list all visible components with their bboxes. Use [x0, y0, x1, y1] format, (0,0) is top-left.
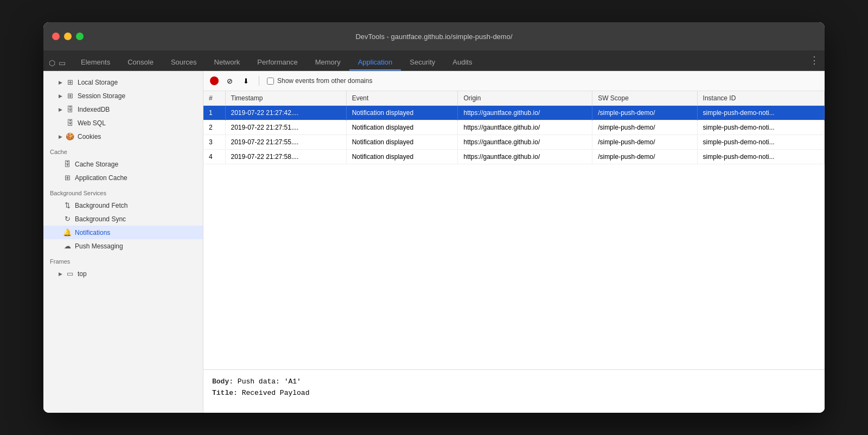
show-events-text: Show events from other domains [277, 77, 372, 85]
sidebar-item-cache-storage[interactable]: 🗄 Cache Storage [43, 157, 203, 171]
sidebar-item-cookies[interactable]: ▶ 🍪 Cookies [43, 130, 203, 143]
col-origin: Origin [458, 91, 592, 106]
tab-console[interactable]: Console [119, 55, 162, 71]
events-table-container: # Timestamp Event Origin SW Scope Instan… [203, 91, 825, 369]
table-cell-2: Notification displayed [346, 120, 458, 135]
sidebar-label-cache-storage: Cache Storage [75, 161, 118, 168]
record-button[interactable] [210, 76, 219, 85]
cache-section-label: Cache [43, 143, 203, 157]
tab-sources[interactable]: Sources [162, 55, 206, 71]
arrow-icon: ▶ [59, 93, 62, 99]
sidebar-label-session-storage: Session Storage [78, 92, 125, 100]
sidebar-label-push-messaging: Push Messaging [75, 242, 123, 250]
col-timestamp: Timestamp [225, 91, 346, 106]
table-cell-4: /simple-push-demo/ [592, 106, 697, 120]
tab-performance[interactable]: Performance [248, 55, 306, 71]
tab-security[interactable]: Security [401, 55, 444, 71]
detail-title-label: Title: [212, 389, 238, 397]
close-button[interactable] [52, 33, 60, 40]
frame-icon: ▭ [66, 270, 74, 278]
tab-network[interactable]: Network [206, 55, 249, 71]
devtools-icons: ⬡ ▭ [49, 59, 66, 71]
table-cell-1: 2019-07-22 21:27:58.... [225, 150, 346, 164]
table-cell-4: /simple-push-demo/ [592, 135, 697, 150]
show-events-label[interactable]: Show events from other domains [267, 77, 372, 85]
table-cell-0: 4 [203, 150, 225, 164]
tab-audits[interactable]: Audits [444, 55, 481, 71]
detail-body-value: Push data: 'A1' [238, 378, 301, 386]
sidebar-item-session-storage[interactable]: ▶ ⊞ Session Storage [43, 89, 203, 103]
col-instance-id: Instance ID [697, 91, 824, 106]
sidebar-item-indexeddb[interactable]: ▶ 🗄 IndexedDB [43, 103, 203, 116]
detail-title-value: Received Payload [242, 389, 310, 397]
sidebar-label-cookies: Cookies [78, 133, 101, 140]
sidebar-label-indexeddb: IndexedDB [78, 106, 110, 113]
table-header-row: # Timestamp Event Origin SW Scope Instan… [203, 91, 825, 106]
table-cell-0: 2 [203, 120, 225, 135]
col-event: Event [346, 91, 458, 106]
detail-body-label: Body: [212, 378, 233, 386]
sidebar-item-bg-fetch[interactable]: ⇅ Background Fetch [43, 199, 203, 212]
detail-body-line: Body: Push data: 'A1' [212, 376, 816, 388]
col-sw-scope: SW Scope [592, 91, 697, 106]
sidebar-item-notifications[interactable]: 🔔 Notifications [43, 226, 203, 239]
table-cell-3: https://gauntface.github.io/ [458, 106, 592, 120]
table-cell-0: 1 [203, 106, 225, 120]
table-cell-2: Notification displayed [346, 106, 458, 120]
table-row[interactable]: 22019-07-22 21:27:51....Notification dis… [203, 120, 825, 135]
sidebar-item-application-cache[interactable]: ⊞ Application Cache [43, 171, 203, 184]
table-cell-1: 2019-07-22 21:27:51.... [225, 120, 346, 135]
bg-services-section-label: Background Services [43, 184, 203, 199]
sidebar-label-web-sql: Web SQL [78, 119, 106, 127]
titlebar: DevTools - gauntface.github.io/simple-pu… [43, 22, 825, 50]
table-body: 12019-07-22 21:27:42....Notification dis… [203, 106, 825, 164]
content-panel: ⊘ ⬇ Show events from other domains # Tim… [203, 71, 825, 413]
arrow-icon: ▶ [59, 107, 62, 112]
sidebar-item-frame-top[interactable]: ▶ ▭ top [43, 267, 203, 280]
tab-memory[interactable]: Memory [307, 55, 349, 71]
table-cell-2: Notification displayed [346, 135, 458, 150]
arrow-icon: ▶ [59, 271, 62, 277]
table-cell-1: 2019-07-22 21:27:55.... [225, 135, 346, 150]
sidebar-item-push-messaging[interactable]: ☁ Push Messaging [43, 239, 203, 253]
sidebar-label-frame-top: top [78, 270, 87, 278]
table-row[interactable]: 32019-07-22 21:27:55....Notification dis… [203, 135, 825, 150]
sync-icon: ↻ [63, 215, 72, 223]
tab-elements[interactable]: Elements [72, 55, 119, 71]
arrow-icon: ▶ [59, 134, 62, 139]
sidebar-item-web-sql[interactable]: ▶ 🗄 Web SQL [43, 116, 203, 130]
table-cell-4: /simple-push-demo/ [592, 120, 697, 135]
table-cell-5: simple-push-demo-noti... [697, 150, 824, 164]
maximize-button[interactable] [76, 33, 84, 40]
sidebar-item-local-storage[interactable]: ▶ ⊞ Local Storage [43, 75, 203, 89]
table-cell-5: simple-push-demo-noti... [697, 106, 824, 120]
db-icon: 🗄 [66, 105, 74, 113]
grid-icon: ⊞ [66, 92, 74, 100]
sidebar-item-bg-sync[interactable]: ↻ Background Sync [43, 212, 203, 226]
sidebar-label-application-cache: Application Cache [75, 174, 127, 182]
minimize-button[interactable] [64, 33, 72, 40]
table-cell-3: https://gauntface.github.io/ [458, 120, 592, 135]
devtools-window: DevTools - gauntface.github.io/simple-pu… [43, 22, 825, 413]
sidebar-label-local-storage: Local Storage [78, 79, 118, 86]
download-button[interactable]: ⬇ [240, 75, 251, 86]
table-row[interactable]: 12019-07-22 21:27:42....Notification dis… [203, 106, 825, 120]
bell-icon: 🔔 [63, 228, 72, 236]
table-row[interactable]: 42019-07-22 21:27:58....Notification dis… [203, 150, 825, 164]
col-num: # [203, 91, 225, 106]
cursor-icon[interactable]: ⬡ [49, 59, 55, 67]
stop-button[interactable]: ⊘ [224, 75, 235, 86]
table-cell-2: Notification displayed [346, 150, 458, 164]
arrows-icon: ⇅ [63, 201, 72, 209]
cookie-icon: 🍪 [66, 132, 74, 140]
tab-application[interactable]: Application [349, 55, 401, 71]
show-events-checkbox[interactable] [267, 78, 274, 85]
more-tabs-icon[interactable]: ⋮ [809, 54, 819, 71]
main-content: ▶ ⊞ Local Storage ▶ ⊞ Session Storage ▶ … [43, 71, 825, 413]
device-icon[interactable]: ▭ [59, 59, 66, 67]
table-cell-0: 3 [203, 135, 225, 150]
detail-title-line: Title: Received Payload [212, 388, 816, 399]
window-title: DevTools - gauntface.github.io/simple-pu… [355, 33, 512, 41]
table-cell-4: /simple-push-demo/ [592, 150, 697, 164]
events-table: # Timestamp Event Origin SW Scope Instan… [203, 91, 825, 164]
